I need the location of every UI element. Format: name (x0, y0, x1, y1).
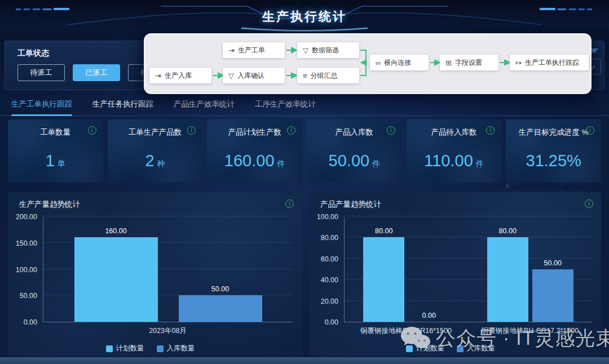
flow-node-production-inbound[interactable]: ⇥ 生产入库 (149, 68, 211, 83)
chart-title: 生产产量趋势统计 (19, 199, 80, 210)
list-icon: ≡ (303, 72, 307, 79)
flow-node-production-order[interactable]: ⇥ 生产工单 (223, 42, 285, 58)
bar[interactable]: 50.00 (179, 295, 262, 322)
bar-group: 160.0050.00 (43, 217, 293, 322)
x-axis-labels: 2023年08月 (43, 326, 293, 336)
kpi-unit: 件 (372, 159, 380, 168)
x-axis-labels: 铜覆钢接地棒BH-GR16*1500铜覆钢接地棒BH-GR17.2*1500 (344, 326, 592, 336)
kpi-card-product-types: 工单生产产品数 i 2种 (108, 119, 203, 183)
chart-area: 200.00150.00100.0050.000.00 160.0050.00 … (8, 217, 293, 353)
flow-node-group-summary[interactable]: ≡ 分组汇总 (297, 68, 359, 83)
flow-node-output-tracking[interactable]: ↦ 生产工单执行跟踪 (510, 55, 589, 70)
legend-swatch (157, 345, 164, 352)
flow-node-inbound-confirm[interactable]: ▽ 入库确认 (223, 68, 285, 83)
info-icon[interactable]: i (285, 199, 294, 208)
flow-node-data-filter[interactable]: ▽ 数据筛选 (297, 42, 359, 58)
x-category-label: 铜覆钢接地棒BH-GR17.2*1500 (468, 326, 592, 336)
gridline (345, 216, 592, 216)
flow-node-label: 生产工单执行跟踪 (525, 58, 579, 68)
header: 生产执行统计 (0, 0, 609, 34)
legend-item[interactable]: 计划数量 (406, 344, 444, 353)
bar-value-label: 160.00 (105, 227, 126, 235)
info-icon[interactable]: i (586, 126, 594, 135)
filter-option-dispatched[interactable]: 已派工 (73, 64, 120, 81)
plot-groups: 80.000.0080.0050.00 (345, 217, 592, 322)
kpi-value: 2种 (108, 152, 203, 170)
kpi-unit: 单 (58, 159, 65, 168)
legend-label: 计划数量 (116, 344, 144, 353)
y-axis: 200.00150.00100.0050.000.00 (8, 217, 43, 322)
x-category-label: 2023年08月 (43, 326, 293, 336)
bar-value-label: 80.00 (375, 227, 392, 235)
kpi-value: 31.25% (506, 152, 601, 170)
flow-node-label: 分组汇总 (311, 71, 338, 81)
kpi-card-row: 工单数量 i 1单 工单生产产品数 i 2种 产品计划生产数 i 160.00件… (8, 119, 601, 183)
legend-swatch (457, 345, 464, 352)
chart-panel-product-trend: 产品产量趋势统计 i 100.0080.0060.0040.0020.000.0… (309, 192, 601, 356)
flow-node-field-settings[interactable]: ⊞ 字段设置 (440, 55, 498, 70)
legend-item[interactable]: 计划数量 (106, 344, 144, 353)
kpi-card-pending-inbound: 产品待入库数 i 110.00件 (407, 119, 502, 183)
dropdown-triangle-icon[interactable] (589, 48, 598, 54)
kpi-unit: 件 (277, 159, 285, 168)
table-grid-icon: ⊞ (445, 59, 452, 66)
flow-node-label: 横向连接 (384, 58, 411, 68)
output-icon: ↦ (515, 59, 522, 66)
tab-workorder-tracking[interactable]: 生产工单执行跟踪 (11, 97, 72, 116)
y-tick-label: 200.00 (16, 213, 37, 221)
info-icon[interactable]: i (585, 199, 593, 208)
kpi-card-planned-production: 产品计划生产数 i 160.00件 (207, 119, 302, 183)
kpi-unit: 件 (476, 159, 484, 168)
filter-option-pending-dispatch[interactable]: 待派工 (17, 64, 65, 81)
flow-node-label: 数据筛选 (312, 46, 339, 55)
tab-product-efficiency[interactable]: 产品生产效率统计 (174, 97, 235, 116)
funnel-icon: ▽ (303, 47, 308, 54)
tab-bar: 生产工单执行跟踪 生产任务执行跟踪 产品生产效率统计 工序生产效率统计 (0, 97, 609, 116)
plot-area: 160.0050.00 (43, 217, 293, 322)
y-tick-label: 60.00 (321, 255, 338, 263)
legend-swatch (406, 345, 413, 352)
tab-task-tracking[interactable]: 生产任务执行跟踪 (92, 97, 153, 116)
kpi-card-target-progress: 生产目标完成进度 % i 31.25% (506, 119, 601, 183)
flow-node-label: 字段设置 (455, 58, 482, 68)
bar[interactable]: 80.00 (363, 237, 404, 322)
y-tick-label: 0.00 (24, 318, 37, 326)
info-icon[interactable]: i (88, 126, 96, 135)
input-icon: ⇥ (228, 47, 235, 54)
chart-legend: 计划数量入库数量 (8, 344, 293, 353)
legend-item[interactable]: 入库数量 (157, 344, 195, 353)
chart-title: 产品产量趋势统计 (320, 199, 381, 210)
info-icon[interactable]: i (387, 126, 395, 135)
legend-item[interactable]: 入库数量 (457, 344, 495, 353)
legend-label: 入库数量 (167, 344, 195, 353)
bar[interactable]: 160.00 (74, 237, 158, 322)
bottom-bar (0, 357, 609, 364)
flow-node-horizontal-join[interactable]: ∞ 横向连接 (370, 55, 429, 70)
y-tick-label: 100.00 (16, 266, 37, 274)
join-icon: ∞ (376, 59, 381, 66)
y-tick-label: 100.00 (317, 213, 338, 221)
bar[interactable]: 50.00 (532, 269, 573, 322)
y-tick-label: 50.00 (20, 292, 37, 300)
plot-groups: 160.0050.00 (43, 217, 293, 322)
y-tick-label: 40.00 (321, 276, 338, 284)
input-icon: ⇥ (155, 72, 161, 79)
tab-process-efficiency[interactable]: 工序生产效率统计 (255, 97, 316, 116)
flow-node-label: 生产入库 (165, 71, 192, 81)
y-tick-label: 150.00 (16, 239, 37, 247)
flow-node-label: 生产工单 (238, 46, 265, 55)
y-tick-label: 20.00 (321, 298, 338, 305)
bar-value-label: 80.00 (499, 227, 517, 235)
plot-area: 80.000.0080.0050.00 (344, 217, 592, 322)
bar-value-label: 50.00 (211, 285, 229, 293)
bar[interactable]: 80.00 (487, 237, 528, 322)
x-category-label: 铜覆钢接地棒BH-GR16*1500 (344, 326, 468, 336)
kpi-value: 1单 (8, 152, 103, 170)
chart-legend: 计划数量入库数量 (309, 344, 592, 353)
bar-group: 80.000.00 (345, 217, 469, 322)
bar-value-label: 50.00 (544, 259, 562, 267)
legend-swatch (106, 345, 113, 352)
y-axis: 100.0080.0060.0040.0020.000.00 (309, 217, 344, 322)
filter-label: 工单状态 (17, 48, 49, 59)
info-icon[interactable]: i (287, 126, 295, 135)
